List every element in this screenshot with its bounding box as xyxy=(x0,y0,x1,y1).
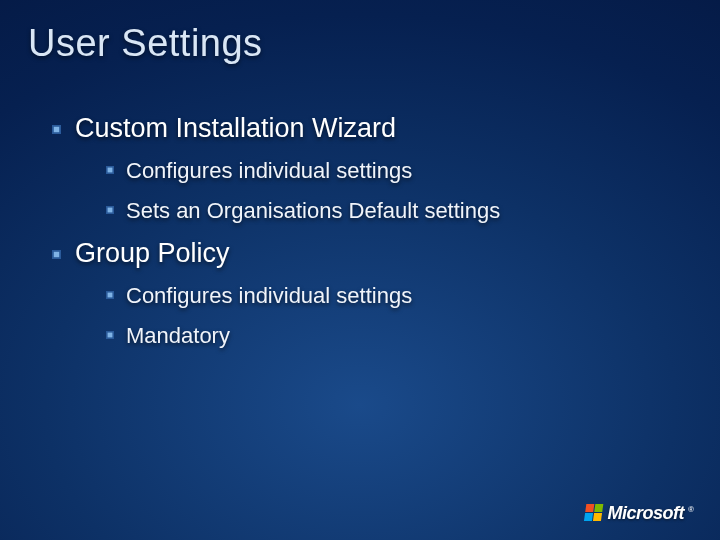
bullet-label: Configures individual settings xyxy=(126,283,412,309)
slide-title: User Settings xyxy=(28,22,720,65)
bullet-lvl2: Sets an Organisations Default settings xyxy=(106,198,720,224)
svg-rect-3 xyxy=(108,168,113,173)
svg-rect-7 xyxy=(54,252,59,257)
bullet-lvl1: Group Policy xyxy=(52,238,720,269)
bullet-lvl2: Configures individual settings xyxy=(106,158,720,184)
bullet-lvl2: Configures individual settings xyxy=(106,283,720,309)
bullet-group-1: Group Policy Configures individual setti… xyxy=(28,238,720,349)
bullet-icon xyxy=(106,331,114,339)
bullet-lvl1: Custom Installation Wizard xyxy=(52,113,720,144)
microsoft-flag-icon xyxy=(584,504,603,521)
bullet-icon xyxy=(52,250,61,259)
bullet-label: Sets an Organisations Default settings xyxy=(126,198,500,224)
bullet-icon xyxy=(52,125,61,134)
svg-rect-11 xyxy=(108,333,113,338)
bullet-icon xyxy=(106,206,114,214)
bullet-icon xyxy=(106,291,114,299)
microsoft-logo: Microsoft ® xyxy=(585,503,694,524)
logo-text: Microsoft xyxy=(608,503,685,524)
trademark-symbol: ® xyxy=(688,505,694,514)
bullet-label: Configures individual settings xyxy=(126,158,412,184)
bullet-label: Group Policy xyxy=(75,238,230,269)
bullet-lvl2: Mandatory xyxy=(106,323,720,349)
bullet-label: Mandatory xyxy=(126,323,230,349)
bullet-label: Custom Installation Wizard xyxy=(75,113,396,144)
svg-rect-1 xyxy=(54,127,59,132)
bullet-icon xyxy=(106,166,114,174)
svg-rect-9 xyxy=(108,293,113,298)
svg-rect-5 xyxy=(108,208,113,213)
slide: User Settings Custom Installation Wizard… xyxy=(0,0,720,540)
bullet-group-0: Custom Installation Wizard Configures in… xyxy=(28,113,720,224)
